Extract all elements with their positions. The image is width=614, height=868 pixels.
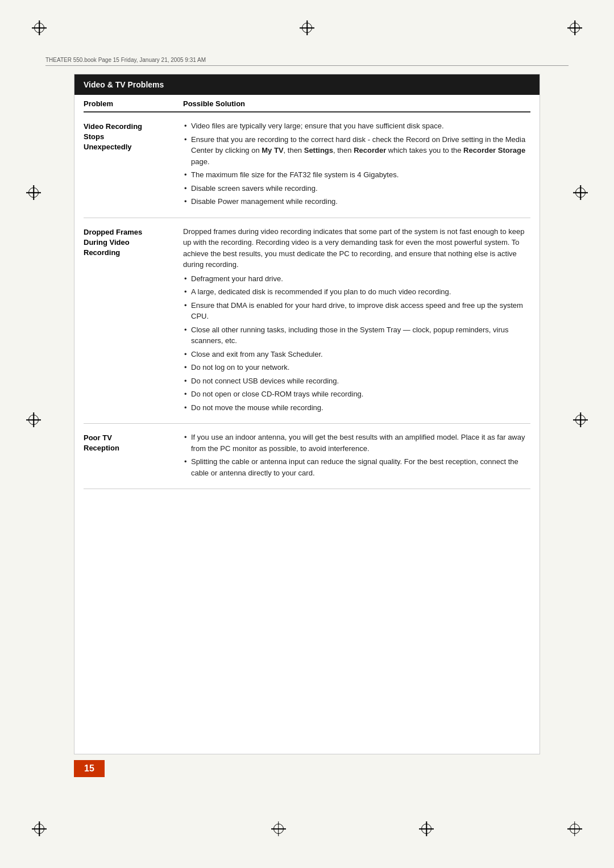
table-body: Video RecordingStopsUnexpectedly Video f… (74, 112, 540, 489)
reg-mark-right (575, 187, 586, 198)
reg-mark-top-left-1 (34, 23, 44, 33)
page-footer: 15 (0, 760, 614, 777)
page-number: 15 (74, 760, 105, 777)
reg-mark-bottom-left (34, 824, 44, 834)
reg-mark-left-2 (28, 415, 39, 425)
problem-column-header: Problem (84, 99, 183, 108)
header-line: THEATER 550.book Page 15 Friday, January… (45, 57, 569, 66)
top-reg-marks (0, 23, 614, 33)
table-row: Video RecordingStopsUnexpectedly Video f… (84, 112, 530, 218)
reg-mark-bottom-right (570, 824, 580, 834)
reg-mark-top-right-1 (570, 23, 580, 33)
table-title: Video & TV Problems (74, 74, 540, 95)
solution-dropped-frames: Dropped frames during video recording in… (183, 226, 530, 416)
reg-mark-left (28, 187, 39, 198)
reg-mark-bottom-center (273, 824, 284, 834)
reg-mark-right-2 (575, 415, 586, 425)
reg-mark-top-center-1 (302, 23, 312, 33)
bottom-reg-marks (0, 824, 614, 834)
main-content: Video & TV Problems Problem Possible Sol… (74, 74, 540, 754)
problem-label-video-recording: Video RecordingStopsUnexpectedly (84, 120, 183, 153)
solution-video-recording: Video files are typically very large; en… (183, 120, 530, 210)
page-background: THEATER 550.book Page 15 Friday, January… (0, 0, 614, 868)
table-row: Poor TVReception If you use an indoor an… (84, 424, 530, 489)
problem-label-dropped-frames: Dropped FramesDuring VideoRecording (84, 226, 183, 258)
problem-label-poor-reception: Poor TVReception (84, 432, 183, 453)
column-headers: Problem Possible Solution (84, 95, 530, 112)
solution-column-header: Possible Solution (183, 99, 530, 108)
header-text: THEATER 550.book Page 15 Friday, January… (45, 57, 206, 63)
solution-poor-reception: If you use an indoor antenna, you will g… (183, 432, 530, 481)
table-row: Dropped FramesDuring VideoRecording Drop… (84, 218, 530, 424)
reg-mark-bottom-center-2 (421, 824, 432, 834)
